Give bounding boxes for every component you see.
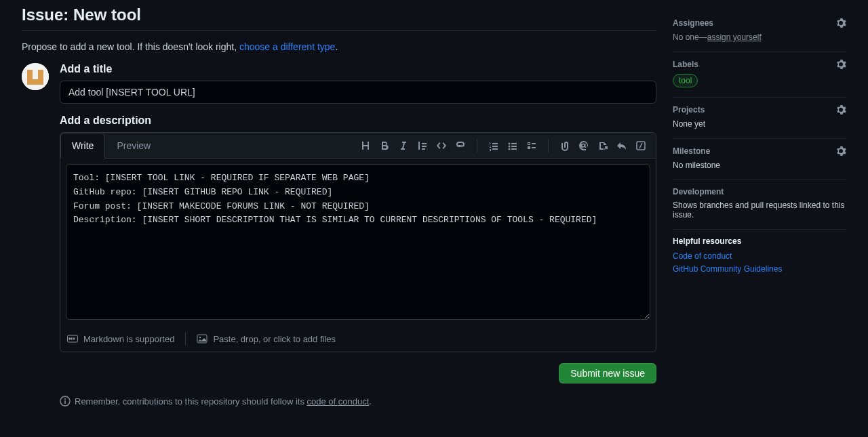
page-title: Issue: New tool xyxy=(22,5,656,30)
labels-title: Labels xyxy=(673,60,698,69)
title-label: Add a title xyxy=(60,63,656,75)
quote-icon[interactable] xyxy=(413,136,432,155)
svg-point-5 xyxy=(509,145,511,147)
svg-rect-3 xyxy=(27,79,43,85)
note-suffix: . xyxy=(369,396,372,407)
gear-icon[interactable] xyxy=(835,146,846,157)
reply-icon[interactable] xyxy=(612,136,631,155)
svg-point-4 xyxy=(509,142,511,144)
link-icon[interactable] xyxy=(451,136,470,155)
task-list-icon[interactable] xyxy=(522,136,541,155)
tab-preview[interactable]: Preview xyxy=(105,133,162,159)
avatar xyxy=(22,63,49,90)
svg-point-12 xyxy=(64,398,66,400)
projects-value: None yet xyxy=(673,119,846,129)
note-prefix: Remember, contributions to this reposito… xyxy=(75,396,307,407)
svg-rect-1 xyxy=(27,70,33,79)
attach-icon[interactable] xyxy=(555,136,574,155)
svg-point-6 xyxy=(509,148,511,150)
heading-icon[interactable] xyxy=(356,136,375,155)
projects-title: Projects xyxy=(673,105,705,115)
gear-icon[interactable] xyxy=(835,104,846,115)
italic-icon[interactable] xyxy=(394,136,413,155)
attach-hint-text: Paste, drop, or click to add files xyxy=(213,334,336,344)
subtitle-suffix: . xyxy=(335,41,338,52)
bold-icon[interactable] xyxy=(375,136,394,155)
assignees-none: No one— xyxy=(673,33,707,42)
contribution-note: Remember, contributions to this reposito… xyxy=(60,396,656,407)
label-chip-tool[interactable]: tool xyxy=(673,74,698,87)
svg-rect-0 xyxy=(22,63,49,90)
mention-icon[interactable] xyxy=(574,136,593,155)
info-icon xyxy=(60,396,71,407)
cross-reference-icon[interactable] xyxy=(593,136,612,155)
image-icon xyxy=(197,333,208,344)
milestone-title: Milestone xyxy=(673,146,710,156)
resource-link-code-of-conduct[interactable]: Code of conduct xyxy=(673,250,846,263)
assign-yourself-link[interactable]: assign yourself xyxy=(707,33,762,42)
development-title: Development xyxy=(673,187,724,196)
page-subtitle: Propose to add a new tool. If this doesn… xyxy=(22,41,656,52)
assignees-title: Assignees xyxy=(673,18,713,28)
markdown-icon xyxy=(67,333,78,344)
choose-type-link[interactable]: choose a different type xyxy=(239,41,335,52)
description-textarea[interactable] xyxy=(66,164,650,320)
svg-rect-2 xyxy=(38,70,43,79)
svg-rect-13 xyxy=(64,400,66,404)
submit-button[interactable]: Submit new issue xyxy=(559,363,656,383)
svg-point-10 xyxy=(199,337,201,338)
resource-link-community-guidelines[interactable]: GitHub Community Guidelines xyxy=(673,263,846,276)
markdown-hint-text: Markdown is supported xyxy=(83,334,174,344)
development-text: Shows branches and pull requests linked … xyxy=(673,201,846,220)
gear-icon[interactable] xyxy=(835,59,846,70)
code-icon[interactable] xyxy=(432,136,451,155)
description-label: Add a description xyxy=(60,115,656,127)
markdown-hint[interactable]: Markdown is supported xyxy=(67,333,174,344)
code-of-conduct-link[interactable]: code of conduct xyxy=(307,396,370,407)
svg-rect-9 xyxy=(197,335,207,343)
attach-hint[interactable]: Paste, drop, or click to add files xyxy=(197,333,336,344)
ordered-list-icon[interactable] xyxy=(484,136,503,155)
milestone-value: No milestone xyxy=(673,161,846,170)
subtitle-prefix: Propose to add a new tool. If this doesn… xyxy=(22,41,239,52)
resources-title: Helpful resources xyxy=(673,236,846,246)
unordered-list-icon[interactable] xyxy=(503,136,522,155)
gear-icon[interactable] xyxy=(835,18,846,28)
title-input[interactable] xyxy=(60,81,656,104)
markdown-toolbar xyxy=(356,136,650,155)
description-editor: Write Preview xyxy=(60,132,656,352)
tab-write[interactable]: Write xyxy=(60,133,105,159)
slash-icon[interactable] xyxy=(631,136,650,155)
